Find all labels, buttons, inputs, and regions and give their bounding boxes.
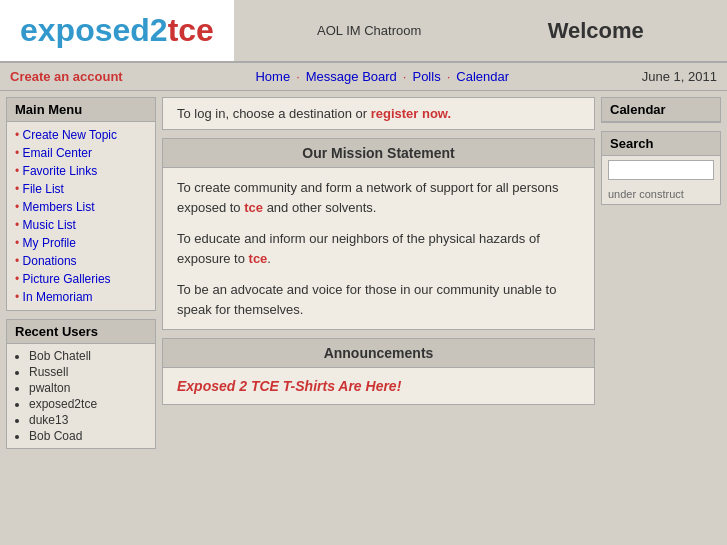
menu-item-email-center[interactable]: Email Center bbox=[7, 144, 155, 162]
menu-item-members-list[interactable]: Members List bbox=[7, 198, 155, 216]
register-link[interactable]: register now. bbox=[371, 106, 451, 121]
message-board-link[interactable]: Message Board bbox=[306, 69, 397, 84]
menu-item-music-list[interactable]: Music List bbox=[7, 216, 155, 234]
nav-dot-2: · bbox=[403, 69, 407, 84]
list-item: Russell bbox=[29, 364, 147, 380]
calendar-nav-link[interactable]: Calendar bbox=[456, 69, 509, 84]
mission-para-1: To create community and form a network o… bbox=[177, 178, 580, 217]
menu-item-my-profile[interactable]: My Profile bbox=[7, 234, 155, 252]
search-panel: Search under construct bbox=[601, 131, 721, 205]
calendar-title: Calendar bbox=[602, 98, 720, 122]
under-construction-text: under construct bbox=[602, 184, 720, 204]
welcome-heading: Welcome bbox=[548, 18, 644, 44]
recent-users-panel: Recent Users Bob Chatell Russell pwalton… bbox=[6, 319, 156, 449]
login-bar: To log in, choose a destination or regis… bbox=[162, 97, 595, 130]
create-account-link[interactable]: Create an account bbox=[10, 69, 123, 84]
mission-title: Our Mission Statement bbox=[163, 139, 594, 168]
polls-link[interactable]: Polls bbox=[412, 69, 440, 84]
nav-dot-3: · bbox=[447, 69, 451, 84]
mission-box: Our Mission Statement To create communit… bbox=[162, 138, 595, 330]
list-item: Bob Chatell bbox=[29, 348, 147, 364]
calendar-panel: Calendar bbox=[601, 97, 721, 123]
recent-users-title: Recent Users bbox=[7, 320, 155, 344]
menu-item-file-list[interactable]: File List bbox=[7, 180, 155, 198]
search-title: Search bbox=[602, 132, 720, 156]
announcements-title: Announcements bbox=[163, 339, 594, 368]
list-item: Bob Coad bbox=[29, 428, 147, 444]
mission-para-2: To educate and inform our neighbors of t… bbox=[177, 229, 580, 268]
main-menu-items: Create New Topic Email Center Favorite L… bbox=[7, 122, 155, 310]
main-menu-panel: Main Menu Create New Topic Email Center … bbox=[6, 97, 156, 311]
announcements-box: Announcements Exposed 2 TCE T-Shirts Are… bbox=[162, 338, 595, 405]
aol-chatroom-link[interactable]: AOL IM Chatroom bbox=[317, 23, 421, 38]
mission-para-3: To be an advocate and voice for those in… bbox=[177, 280, 580, 319]
list-item: pwalton bbox=[29, 380, 147, 396]
recent-users-list: Bob Chatell Russell pwalton exposed2tce … bbox=[7, 344, 155, 448]
login-text: To log in, choose a destination or bbox=[177, 106, 371, 121]
menu-item-create-topic[interactable]: Create New Topic bbox=[7, 126, 155, 144]
announcement-item-1: Exposed 2 TCE T-Shirts Are Here! bbox=[177, 378, 580, 394]
nav-dot-1: · bbox=[296, 69, 300, 84]
menu-item-picture-galleries[interactable]: Picture Galleries bbox=[7, 270, 155, 288]
current-date: June 1, 2011 bbox=[642, 69, 717, 84]
home-link[interactable]: Home bbox=[255, 69, 290, 84]
site-logo: exposed2tce bbox=[20, 12, 214, 49]
menu-item-in-memoriam[interactable]: In Memoriam bbox=[7, 288, 155, 306]
main-menu-title: Main Menu bbox=[7, 98, 155, 122]
list-item: exposed2tce bbox=[29, 396, 147, 412]
search-input[interactable] bbox=[608, 160, 714, 180]
list-item: duke13 bbox=[29, 412, 147, 428]
menu-item-favorite-links[interactable]: Favorite Links bbox=[7, 162, 155, 180]
menu-item-donations[interactable]: Donations bbox=[7, 252, 155, 270]
